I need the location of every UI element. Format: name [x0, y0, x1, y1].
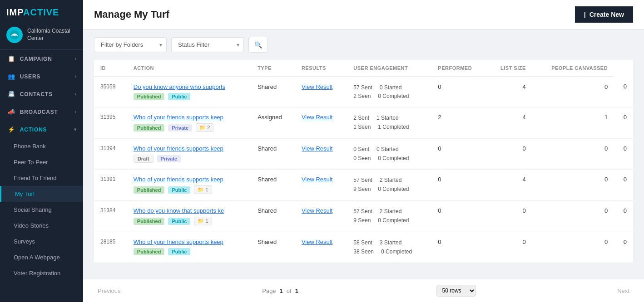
- action-link[interactable]: Who of your friends supports keep: [134, 239, 245, 245]
- cell-list-size: 0: [487, 232, 532, 263]
- actions-icon: [8, 126, 15, 133]
- engagement-numbers: 57 Sent 2 Started 9 Seen 0 Completed: [353, 207, 425, 224]
- tag-public: Public: [168, 218, 190, 225]
- table-row: 31391Who of your friends supports keepPu…: [94, 170, 633, 201]
- cell-extra: 0: [614, 139, 633, 170]
- sidebar-item-friend-to-friend[interactable]: Friend To Friend: [0, 170, 83, 186]
- tag-private: Private: [168, 124, 192, 132]
- svg-point-1: [13, 34, 16, 36]
- prev-button[interactable]: Previous: [94, 286, 124, 296]
- main-content: Manage My Turf | Create New Filter by Fo…: [83, 0, 644, 302]
- cell-action: Who do you know that supports kePublishe…: [127, 201, 251, 232]
- cell-extra: 0: [614, 77, 633, 107]
- sidebar-item-phone-bank[interactable]: Phone Bank: [0, 138, 83, 154]
- sidebar-item-contacts[interactable]: CONTACTS ›: [0, 85, 83, 103]
- contacts-icon: [8, 91, 15, 97]
- col-list-size: LIST SIZE: [487, 60, 532, 77]
- broadcast-arrow: ›: [75, 109, 77, 114]
- action-link[interactable]: Who do you know that supports ke: [134, 207, 245, 214]
- cell-type: Shared: [251, 232, 295, 263]
- folder-badge: 📁 2: [196, 123, 213, 132]
- col-user-engagement: USER ENGAGEMENT: [347, 60, 431, 77]
- cell-performed: 2: [431, 107, 487, 139]
- cell-list-size: 0: [487, 201, 532, 232]
- folder-filter[interactable]: Filter by Folders: [94, 37, 167, 52]
- campaign-arrow: ›: [75, 56, 77, 61]
- create-new-button[interactable]: | Create New: [575, 6, 633, 23]
- cell-results: View Result: [295, 201, 347, 232]
- cell-performed: 0: [431, 232, 487, 263]
- cell-people-canvassed: 0: [532, 139, 614, 170]
- engagement-numbers: 57 Sent 2 Started 9 Seen 0 Completed: [353, 176, 425, 193]
- tag-published: Published: [134, 218, 165, 225]
- cell-action: Do you know anyone who supportsPublished…: [127, 77, 251, 107]
- next-button[interactable]: Next: [614, 286, 633, 296]
- view-result-link[interactable]: View Result: [302, 145, 332, 152]
- cell-id: 31391: [94, 170, 127, 201]
- view-result-link[interactable]: View Result: [302, 239, 332, 245]
- sidebar-item-campaign[interactable]: CAMPAIGN ›: [0, 50, 83, 68]
- cell-results: View Result: [295, 170, 347, 201]
- status-filter-wrap: Status Filter: [171, 37, 244, 52]
- cell-performed: 0: [431, 139, 487, 170]
- cell-type: Shared: [251, 139, 295, 170]
- cell-user-engagement: 57 Sent 0 Started 2 Seen 0 Completed: [347, 77, 431, 107]
- tag-draft: Draft: [134, 155, 154, 163]
- search-button[interactable]: [248, 37, 268, 53]
- action-link[interactable]: Do you know anyone who supports: [134, 83, 245, 90]
- cell-list-size: 0: [487, 139, 532, 170]
- cell-performed: 0: [431, 77, 487, 107]
- action-link[interactable]: Who of your friends supports keep: [134, 114, 245, 121]
- view-result-link[interactable]: View Result: [302, 207, 332, 214]
- cell-type: Shared: [251, 77, 295, 107]
- sidebar-item-voter-registration[interactable]: Voter Registration: [0, 265, 83, 281]
- org-avatar: [6, 27, 23, 43]
- table-row: 31394Who of your friends supports keepDr…: [94, 139, 633, 170]
- tag-published: Published: [134, 186, 165, 194]
- sidebar-item-broadcast[interactable]: BROADCAST ›: [0, 103, 83, 121]
- sidebar-item-video-stories[interactable]: Video Stories: [0, 218, 83, 234]
- sidebar-item-actions[interactable]: ACTIONS ▾: [0, 121, 83, 138]
- view-result-link[interactable]: View Result: [302, 83, 332, 90]
- cell-people-canvassed: 1: [532, 107, 614, 139]
- action-link[interactable]: Who of your friends supports keep: [134, 145, 245, 152]
- cell-results: View Result: [295, 232, 347, 263]
- action-link[interactable]: Who of your friends supports keep: [134, 176, 245, 183]
- org-section: California Coastal Center: [0, 22, 83, 50]
- table-row: 28185Who of your friends supports keepPu…: [94, 232, 633, 263]
- filters-row: Filter by Folders Status Filter: [83, 29, 644, 60]
- view-result-link[interactable]: View Result: [302, 176, 332, 183]
- app-logo: IMPACTIVE: [0, 0, 83, 22]
- col-results: RESULTS: [295, 60, 347, 77]
- sidebar-item-peer-to-peer[interactable]: Peer To Peer: [0, 154, 83, 170]
- cell-people-canvassed: 0: [532, 201, 614, 232]
- cell-list-size: 4: [487, 77, 532, 107]
- org-name: California Coastal Center: [27, 28, 77, 42]
- broadcast-icon: [8, 108, 15, 115]
- sidebar-item-surveys[interactable]: Surveys: [0, 234, 83, 249]
- cell-list-size: 4: [487, 170, 532, 201]
- page-title: Manage My Turf: [94, 9, 169, 20]
- col-performed: PERFORMED: [431, 60, 487, 77]
- cell-id: 31384: [94, 201, 127, 232]
- cell-results: View Result: [295, 77, 347, 107]
- rows-per-page[interactable]: 50 rows 25 rows 100 rows: [436, 285, 476, 297]
- users-arrow: ›: [75, 74, 77, 79]
- current-page: 1: [280, 287, 283, 294]
- sidebar-item-social-sharing[interactable]: Social Sharing: [0, 202, 83, 218]
- table-row: 35059Do you know anyone who supportsPubl…: [94, 77, 633, 107]
- tag-published: Published: [134, 93, 165, 100]
- cell-results: View Result: [295, 107, 347, 139]
- sidebar-item-open-a-webpage[interactable]: Open A Webpage: [0, 249, 83, 265]
- cell-performed: 0: [431, 201, 487, 232]
- view-result-link[interactable]: View Result: [302, 114, 332, 121]
- cell-people-canvassed: 0: [532, 232, 614, 263]
- sidebar-item-my-turf[interactable]: My Turf: [0, 186, 83, 202]
- engagement-numbers: 0 Sent 0 Started 0 Seen 0 Completed: [353, 145, 425, 162]
- page-info: Page 1 of 1: [262, 287, 298, 294]
- status-filter[interactable]: Status Filter: [171, 37, 244, 52]
- cell-user-engagement: 57 Sent 2 Started 9 Seen 0 Completed: [347, 170, 431, 201]
- actions-arrow: ▾: [74, 127, 77, 132]
- sidebar-item-users[interactable]: USERS ›: [0, 68, 83, 85]
- cell-extra: 0: [614, 201, 633, 232]
